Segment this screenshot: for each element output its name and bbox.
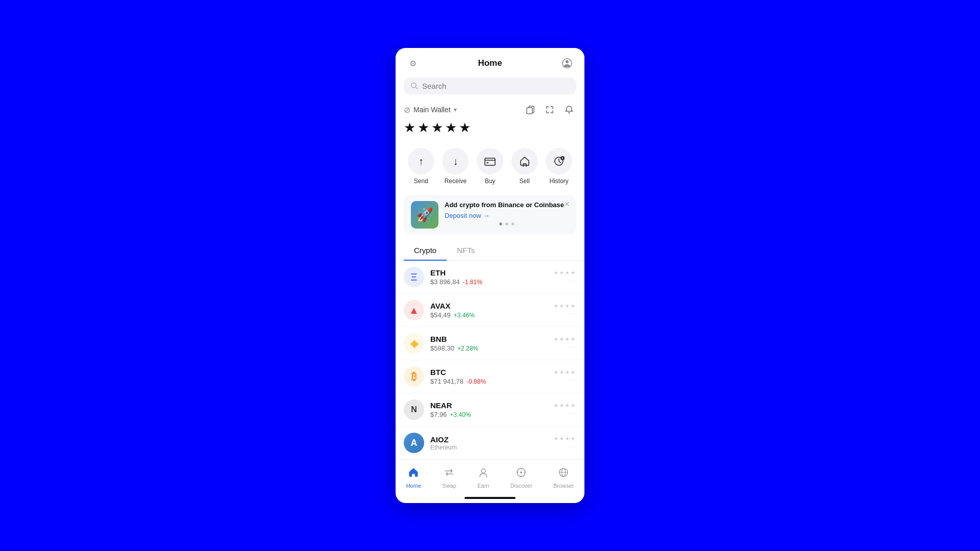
bnb-change: +2.28% xyxy=(457,345,478,352)
aioz-right: ★★★★ ··· xyxy=(554,436,576,450)
wallet-name: Main Wallet xyxy=(413,106,451,114)
banner-dots xyxy=(445,222,569,226)
svg-rect-4 xyxy=(527,108,532,114)
avax-price-row: $54,49 +3.46% xyxy=(430,311,554,319)
bottom-navigation: Home Swap Earn xyxy=(396,459,584,494)
aioz-dots: ··· xyxy=(568,443,576,450)
near-dots: ··· xyxy=(568,410,576,417)
near-change: +3.40% xyxy=(450,411,471,418)
avax-stars: ★★★★ xyxy=(554,303,576,309)
btc-stars: ★★★★ xyxy=(554,369,576,375)
near-stars: ★★★★ xyxy=(554,403,576,408)
banner-title: Add crypto from Binance or Coinbase xyxy=(445,201,569,210)
receive-icon: ↓ xyxy=(442,148,469,174)
nav-home[interactable]: Home xyxy=(400,465,427,491)
wallet-chevron-icon: ▾ xyxy=(454,106,457,113)
buy-label: Buy xyxy=(485,178,496,185)
earn-icon xyxy=(478,467,489,481)
buy-action[interactable]: Buy xyxy=(477,148,503,185)
wallet-row: ⊘ Main Wallet ▾ xyxy=(396,101,584,118)
eth-symbol: ETH xyxy=(430,268,554,277)
bnb-info: BNB $598,30 +2.28% xyxy=(430,335,554,352)
profile-button[interactable] xyxy=(560,56,574,70)
wallet-shield-icon: ⊘ xyxy=(404,105,410,115)
nav-earn-label: Earn xyxy=(477,483,489,489)
discover-icon xyxy=(516,467,527,481)
history-icon: $ xyxy=(546,148,572,174)
banner-content: Add crypto from Binance or Coinbase Depo… xyxy=(445,201,569,226)
nav-discover[interactable]: Discover xyxy=(504,465,538,491)
home-indicator xyxy=(464,497,516,499)
wallet-selector[interactable]: ⊘ Main Wallet ▾ xyxy=(404,105,457,115)
bnb-right: ★★★★ ··· xyxy=(554,336,576,350)
eth-right: ★★★★ ··· xyxy=(554,270,576,284)
bnb-dots: ··· xyxy=(568,343,576,350)
eth-info: ETH $3 896,84 -1.81% xyxy=(430,268,554,286)
btc-dots: ··· xyxy=(568,377,576,384)
nav-swap[interactable]: Swap xyxy=(436,465,462,491)
history-action[interactable]: $ History xyxy=(546,148,572,185)
sell-action[interactable]: Sell xyxy=(511,148,538,185)
deposit-banner[interactable]: 🚀 Add crypto from Binance or Coinbase De… xyxy=(404,195,576,235)
avax-symbol: AVAX xyxy=(430,302,554,310)
near-avatar: N xyxy=(404,399,424,420)
list-item[interactable]: ▲ AVAX $54,49 +3.46% ★★★★ ··· xyxy=(396,294,584,327)
nav-browser-label: Browser xyxy=(553,483,574,489)
asset-tabs: Crypto NFTs xyxy=(396,241,584,261)
list-item[interactable]: ₿ BTC $71 941,78 -0.88% ★★★★ ··· xyxy=(396,360,584,393)
avax-info: AVAX $54,49 +3.46% xyxy=(430,302,554,319)
balance-row: ★★★★★ xyxy=(396,118,584,144)
close-banner-button[interactable]: ✕ xyxy=(564,200,570,208)
search-icon xyxy=(411,82,418,90)
avax-right: ★★★★ ··· xyxy=(554,303,576,317)
list-item[interactable]: Ξ ETH $3 896,84 -1.81% ★★★★ ··· xyxy=(396,261,584,294)
near-symbol: NEAR xyxy=(430,401,554,410)
copy-wallet-button[interactable] xyxy=(523,103,537,117)
list-item[interactable]: N NEAR $7,96 +3.40% ★★★★ ··· xyxy=(396,393,584,427)
bell-button[interactable] xyxy=(562,103,576,117)
tab-nfts[interactable]: NFTs xyxy=(447,241,485,261)
balance-masked: ★★★★★ xyxy=(404,120,576,136)
actions-row: ↑ Send ↓ Receive Buy xyxy=(396,144,584,193)
svg-point-13 xyxy=(520,471,522,473)
aioz-symbol: AIOZ xyxy=(430,435,554,444)
deposit-link[interactable]: Deposit now → xyxy=(445,212,569,219)
home-icon xyxy=(408,467,419,481)
send-action[interactable]: ↑ Send xyxy=(408,148,434,185)
search-bar[interactable] xyxy=(404,78,576,94)
dot-1 xyxy=(499,222,502,226)
phone-frame: ⚙ Home ⊘ Main Wallet ▾ xyxy=(396,48,584,503)
aioz-info: AIOZ Ethereum xyxy=(430,435,554,451)
dot-2 xyxy=(505,222,508,226)
page-title: Home xyxy=(478,58,502,68)
receive-action[interactable]: ↓ Receive xyxy=(442,148,469,185)
eth-dots: ··· xyxy=(568,277,576,284)
eth-change: -1.81% xyxy=(463,279,482,286)
btc-price: $71 941,78 xyxy=(430,378,463,385)
receive-label: Receive xyxy=(445,178,467,185)
search-input[interactable] xyxy=(422,82,569,90)
nav-discover-label: Discover xyxy=(510,483,532,489)
crypto-list: Ξ ETH $3 896,84 -1.81% ★★★★ ··· ▲ AVAX $… xyxy=(396,261,584,459)
svg-rect-10 xyxy=(412,474,415,478)
dot-3 xyxy=(511,222,514,226)
settings-button[interactable]: ⚙ xyxy=(406,56,420,70)
svg-text:$: $ xyxy=(562,157,564,160)
sell-label: Sell xyxy=(520,178,530,185)
send-icon: ↑ xyxy=(408,148,434,174)
history-label: History xyxy=(550,178,569,185)
svg-point-11 xyxy=(481,469,485,473)
expand-wallet-button[interactable] xyxy=(543,103,557,117)
near-right: ★★★★ ··· xyxy=(554,403,576,417)
nav-earn[interactable]: Earn xyxy=(471,465,495,491)
btc-right: ★★★★ ··· xyxy=(554,369,576,384)
swap-icon xyxy=(444,467,455,481)
list-item[interactable]: ◈ BNB $598,30 +2.28% ★★★★ ··· xyxy=(396,327,584,360)
btc-symbol: BTC xyxy=(430,368,554,377)
nav-browser[interactable]: Browser xyxy=(547,465,580,491)
wallet-action-icons xyxy=(523,103,576,117)
svg-point-1 xyxy=(566,60,569,63)
list-item[interactable]: A AIOZ Ethereum ★★★★ ··· xyxy=(396,427,584,459)
tab-crypto[interactable]: Crypto xyxy=(404,241,447,261)
buy-icon xyxy=(477,148,503,174)
